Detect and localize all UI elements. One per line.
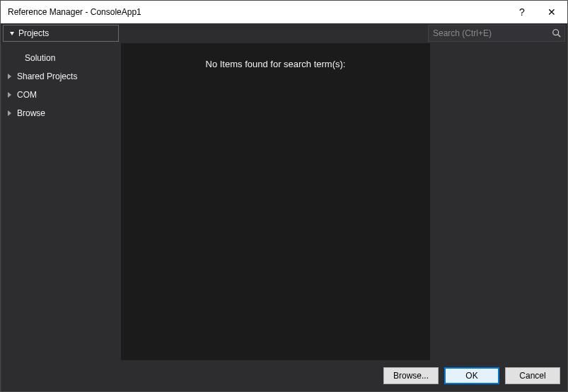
search-box[interactable]	[428, 25, 565, 42]
ok-button[interactable]: OK	[444, 367, 499, 384]
title-bar: Reference Manager - ConsoleApp1 ? ✕	[1, 1, 567, 23]
chevron-down-icon	[10, 32, 14, 35]
sidebar-item-com[interactable]: COM	[1, 86, 121, 104]
sidebar-item-solution[interactable]: Solution	[1, 49, 121, 67]
footer: Browse... OK Cancel	[1, 360, 567, 391]
svg-line-1	[558, 35, 561, 38]
chevron-right-icon	[8, 92, 11, 98]
sidebar-item-shared-projects[interactable]: Shared Projects	[1, 67, 121, 86]
sidebar-label-browse: Browse	[17, 108, 45, 118]
sidebar-label-com: COM	[17, 90, 37, 100]
main-panel: No Items found for search term(s):	[121, 43, 430, 360]
tab-projects-label: Projects	[18, 28, 49, 38]
close-button[interactable]: ✕	[536, 1, 567, 23]
svg-point-0	[553, 30, 559, 35]
cancel-button[interactable]: Cancel	[505, 367, 560, 384]
help-button[interactable]: ?	[508, 1, 536, 23]
tab-projects[interactable]: Projects	[3, 25, 119, 42]
window: Reference Manager - ConsoleApp1 ? ✕ Proj…	[0, 0, 568, 392]
window-title: Reference Manager - ConsoleApp1	[8, 7, 508, 17]
close-icon: ✕	[547, 6, 556, 18]
browse-button[interactable]: Browse...	[383, 367, 439, 384]
sidebar-item-browse[interactable]: Browse	[1, 104, 121, 122]
sidebar: Solution Shared Projects COM Browse	[1, 43, 121, 360]
chevron-right-icon	[8, 110, 11, 116]
details-panel	[430, 43, 567, 360]
chevron-right-icon	[8, 74, 11, 79]
search-input[interactable]	[429, 28, 549, 38]
sidebar-label-shared: Shared Projects	[17, 71, 77, 81]
sidebar-label-solution: Solution	[25, 53, 55, 63]
empty-state-text: No Items found for search term(s):	[206, 59, 346, 360]
search-icon[interactable]	[549, 28, 564, 38]
